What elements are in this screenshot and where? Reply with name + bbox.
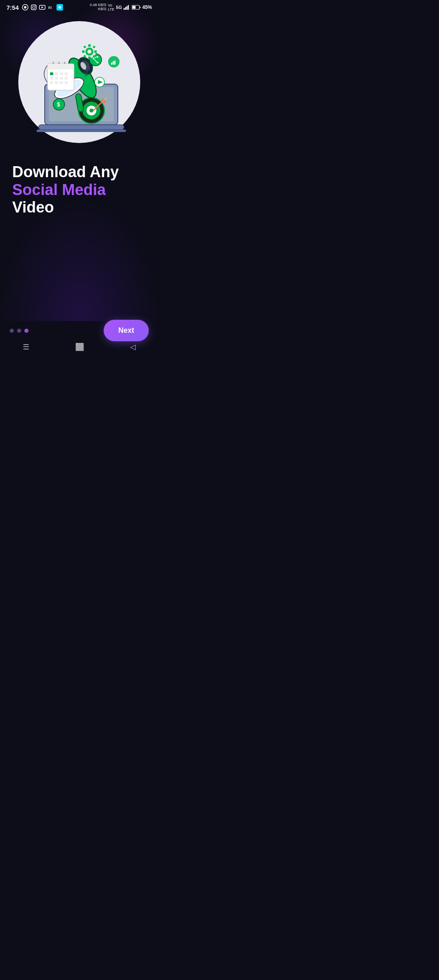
svg-text:$: $	[57, 101, 60, 108]
headline-line1: Download Any	[12, 163, 119, 181]
svg-point-4	[35, 6, 36, 7]
svg-rect-64	[60, 81, 63, 84]
dot-2	[17, 329, 21, 333]
bottom-bar: Next	[0, 320, 159, 341]
illustration-container: $	[18, 21, 140, 143]
svg-rect-9	[124, 8, 125, 10]
marketing-illustration: $	[22, 25, 136, 139]
notification-icons: Fi	[22, 4, 63, 11]
fi-icon: Fi	[48, 4, 54, 11]
svg-rect-12	[128, 5, 129, 10]
svg-rect-56	[60, 72, 63, 75]
discord-icon	[22, 4, 28, 11]
status-time: 7:54	[7, 4, 19, 11]
svg-rect-2	[31, 5, 36, 10]
svg-rect-57	[65, 72, 68, 75]
instagram-icon	[30, 4, 37, 11]
main-content: $	[0, 13, 159, 225]
status-right-icons: 0.48 KB/SKB/S VoLTE 5G 45%	[90, 3, 152, 11]
youtube-icon	[39, 4, 46, 11]
dot-1	[10, 329, 14, 333]
svg-rect-14	[139, 7, 140, 8]
svg-rect-53	[48, 64, 74, 69]
svg-rect-48	[114, 61, 115, 65]
system-nav-bar: ☰ ⬜ ◁	[0, 342, 159, 353]
page-dots	[10, 329, 28, 333]
svg-rect-19	[37, 130, 126, 132]
dot-3-active	[24, 329, 28, 333]
text-section: Download Any Social Media Video	[0, 143, 131, 225]
svg-rect-11	[126, 6, 128, 10]
svg-point-36	[93, 58, 94, 59]
signal-icon	[124, 5, 130, 10]
svg-rect-60	[60, 77, 63, 80]
svg-rect-69	[88, 44, 91, 47]
svg-text:Fi: Fi	[48, 6, 52, 10]
network-speed: 0.48 KB/SKB/S	[90, 3, 106, 11]
svg-point-3	[33, 6, 35, 9]
svg-marker-6	[41, 7, 43, 9]
svg-point-1	[24, 6, 26, 9]
sketchware-icon	[56, 4, 63, 11]
svg-rect-65	[65, 81, 68, 84]
network-type: 5G	[116, 5, 122, 10]
home-nav-icon[interactable]: ⬜	[75, 343, 84, 351]
svg-rect-10	[125, 7, 126, 10]
svg-rect-46	[111, 63, 112, 65]
headline-line3: Video	[12, 199, 119, 217]
battery-icon	[132, 5, 141, 10]
battery-percent: 45%	[142, 4, 152, 10]
status-bar: 7:54 Fi	[0, 0, 159, 13]
svg-rect-58	[50, 77, 53, 80]
menu-nav-icon[interactable]: ☰	[23, 343, 29, 351]
svg-rect-62	[50, 81, 53, 84]
svg-point-37	[97, 56, 98, 58]
svg-rect-15	[132, 6, 135, 9]
svg-rect-61	[65, 77, 68, 80]
svg-rect-54	[50, 72, 53, 75]
svg-point-68	[87, 50, 91, 54]
svg-rect-18	[39, 125, 124, 130]
svg-rect-59	[55, 77, 58, 80]
svg-point-38	[97, 62, 98, 63]
headline-line2: Social Media	[12, 181, 119, 199]
svg-rect-63	[55, 81, 58, 84]
svg-rect-72	[94, 50, 97, 53]
svg-rect-71	[82, 50, 85, 53]
svg-rect-55	[55, 72, 58, 75]
svg-rect-70	[88, 56, 91, 59]
lte-badge: VoLTE	[108, 3, 114, 11]
next-button[interactable]: Next	[104, 320, 149, 341]
back-nav-icon[interactable]: ◁	[130, 343, 136, 351]
svg-rect-47	[113, 61, 114, 65]
